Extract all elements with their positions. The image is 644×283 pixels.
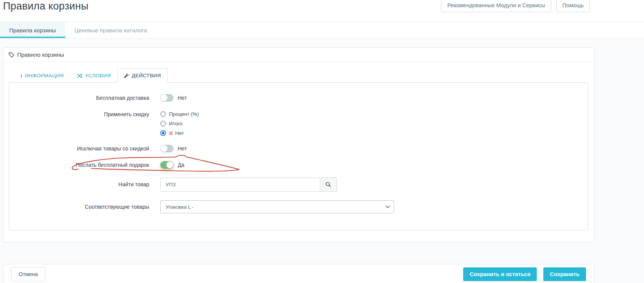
main-nav-tabs: Правила корзины Ценовые правила каталога xyxy=(0,22,644,38)
search-button[interactable] xyxy=(320,177,337,192)
free-gift-label: Послать бесплатный подарок xyxy=(9,161,160,168)
cart-rule-panel: Правило корзины i ИНФОРМАЦИЯ УСЛОВИЯ xyxy=(3,47,594,242)
actions-form: Бесплатная доставка Нет Применить скидку xyxy=(9,82,588,230)
exclude-discounted-label: Исключая товары со скидкой xyxy=(9,145,160,152)
radio-amount[interactable] xyxy=(160,121,166,126)
tag-icon xyxy=(9,52,14,58)
exclude-discounted-row: Исключая товары со скидкой Нет xyxy=(9,145,588,152)
tab-catalog-price-rules[interactable]: Ценовые правила каталога xyxy=(65,22,156,38)
free-gift-row: Послать бесплатный подарок Да xyxy=(9,161,588,169)
header-actions: Рекомендованные Модули и Сервисы Помощь xyxy=(441,0,590,12)
matching-products-label: Соответствующие товары xyxy=(9,200,160,210)
tab-cart-rules[interactable]: Правила корзины xyxy=(0,22,65,38)
product-search-label: Найти товар xyxy=(9,177,160,187)
free-shipping-toggle[interactable] xyxy=(160,94,174,102)
apply-discount-options: Процент (%) Итого Нет xyxy=(160,110,199,136)
discount-option-percent[interactable]: Процент (%) xyxy=(160,111,199,117)
apply-discount-label: Применить скидку xyxy=(9,110,160,117)
free-shipping-label: Бесплатная доставка xyxy=(9,94,160,101)
chevron-down-icon xyxy=(385,205,390,208)
wrench-icon xyxy=(124,73,129,78)
help-button[interactable]: Помощь xyxy=(556,0,590,12)
matching-products-select[interactable]: Упаковка L - xyxy=(160,200,394,213)
free-gift-toggle[interactable] xyxy=(160,161,174,169)
content-area: Правило корзины i ИНФОРМАЦИЯ УСЛОВИЯ xyxy=(0,38,644,283)
recommended-modules-button[interactable]: Рекомендованные Модули и Сервисы xyxy=(441,0,551,12)
radio-percent[interactable] xyxy=(160,111,166,117)
save-button[interactable]: Сохранить xyxy=(543,267,586,281)
selected-product: Упаковка L - xyxy=(166,204,193,210)
tab-conditions[interactable]: УСЛОВИЯ xyxy=(70,68,118,83)
discount-option-amount[interactable]: Итого xyxy=(160,121,199,126)
discount-option-none[interactable]: Нет xyxy=(160,130,199,136)
cancel-button[interactable]: Отмена xyxy=(11,267,45,281)
footer-toolbar: Отмена Сохранить и остаться Сохранить xyxy=(3,264,594,283)
panel-header: Правило корзины xyxy=(3,48,594,62)
free-gift-state: Да xyxy=(178,162,184,168)
exclude-discounted-toggle[interactable] xyxy=(160,145,174,152)
exclude-discounted-state: Нет xyxy=(178,145,187,152)
info-icon: i xyxy=(21,73,22,79)
rule-section-tabs: i ИНФОРМАЦИЯ УСЛОВИЯ ДЕЙСТВИЯ xyxy=(9,68,588,83)
free-shipping-row: Бесплатная доставка Нет xyxy=(9,94,588,102)
save-and-stay-button[interactable]: Сохранить и остаться xyxy=(463,267,537,281)
free-shipping-state: Нет xyxy=(178,95,187,101)
product-search-row: Найти товар xyxy=(9,177,588,192)
radio-none[interactable] xyxy=(160,130,166,136)
matching-products-row: Соответствующие товары Упаковка L - xyxy=(9,200,588,213)
tab-actions[interactable]: ДЕЙСТВИЯ xyxy=(117,68,167,83)
x-icon xyxy=(169,131,173,135)
search-icon xyxy=(325,182,331,187)
panel-title: Правило корзины xyxy=(17,51,64,58)
page-title: Правила корзины xyxy=(3,0,89,12)
shuffle-icon xyxy=(77,74,82,78)
tab-information[interactable]: i ИНФОРМАЦИЯ xyxy=(14,68,70,83)
top-header: Правила корзины Рекомендованные Модули и… xyxy=(0,0,644,22)
product-search-input[interactable] xyxy=(160,177,320,192)
apply-discount-row: Применить скидку Процент (%) Итого xyxy=(9,110,588,136)
